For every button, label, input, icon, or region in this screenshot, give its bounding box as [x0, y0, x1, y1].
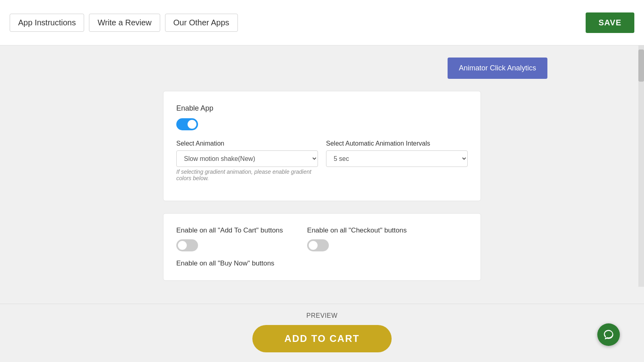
- toggle-slider: [176, 118, 198, 130]
- animation-select-group: Select Animation Slow motion shake(New) …: [176, 140, 318, 181]
- add-to-cart-toggle[interactable]: [176, 239, 198, 251]
- select-row: Select Animation Slow motion shake(New) …: [176, 140, 468, 181]
- enable-app-card: Enable App Select Animation Slow motion …: [163, 91, 481, 201]
- toggle-row: Enable on all "Add To Cart" buttons Enab…: [176, 226, 468, 251]
- top-nav: App Instructions Write a Review Our Othe…: [0, 0, 644, 45]
- analytics-button[interactable]: Animator Click Analytics: [448, 58, 547, 79]
- preview-label: PREVIEW: [306, 312, 337, 319]
- interval-select-group: Select Automatic Animation Intervals 1 s…: [326, 140, 468, 181]
- buy-now-toggle-label: Enable on all "Buy Now" buttons: [176, 259, 468, 267]
- checkout-toggle-item: Enable on all "Checkout" buttons: [307, 226, 407, 251]
- scrollbar[interactable]: [638, 45, 644, 287]
- chat-icon: [603, 329, 614, 340]
- checkout-toggle[interactable]: [307, 239, 329, 251]
- checkout-toggle-label: Enable on all "Checkout" buttons: [307, 226, 407, 234]
- enable-app-title: Enable App: [176, 104, 468, 113]
- analytics-row: Animator Click Analytics: [0, 58, 644, 87]
- add-to-cart-toggle-item: Enable on all "Add To Cart" buttons: [176, 226, 283, 251]
- interval-select-label: Select Automatic Animation Intervals: [326, 140, 468, 147]
- scroll-thumb[interactable]: [638, 49, 644, 82]
- add-to-cart-slider: [176, 239, 198, 251]
- checkout-slider: [307, 239, 329, 251]
- app-instructions-button[interactable]: App Instructions: [10, 14, 84, 32]
- interval-select[interactable]: 1 sec 2 sec 3 sec 5 sec 10 sec: [326, 150, 468, 167]
- save-button[interactable]: SAVE: [586, 12, 634, 33]
- buttons-card: Enable on all "Add To Cart" buttons Enab…: [163, 213, 481, 281]
- add-to-cart-toggle-label: Enable on all "Add To Cart" buttons: [176, 226, 283, 234]
- buy-now-toggle-item: Enable on all "Buy Now" buttons: [176, 259, 468, 267]
- animation-select-label: Select Animation: [176, 140, 318, 147]
- chat-bubble-button[interactable]: [597, 323, 620, 346]
- animation-hint: If selecting gradient animation, please …: [176, 169, 318, 181]
- main-content: Animator Click Analytics Enable App Sele…: [0, 45, 644, 305]
- other-apps-button[interactable]: Our Other Apps: [165, 14, 238, 32]
- animation-select[interactable]: Slow motion shake(New) Bounce Pulse Shak…: [176, 150, 318, 167]
- add-to-cart-preview-button[interactable]: ADD TO CART: [252, 325, 392, 352]
- enable-app-toggle-wrapper: [176, 118, 468, 130]
- write-review-button[interactable]: Write a Review: [89, 14, 160, 32]
- nav-left: App Instructions Write a Review Our Othe…: [10, 14, 238, 32]
- enable-app-toggle[interactable]: [176, 118, 198, 130]
- preview-section: PREVIEW ADD TO CART: [0, 304, 644, 362]
